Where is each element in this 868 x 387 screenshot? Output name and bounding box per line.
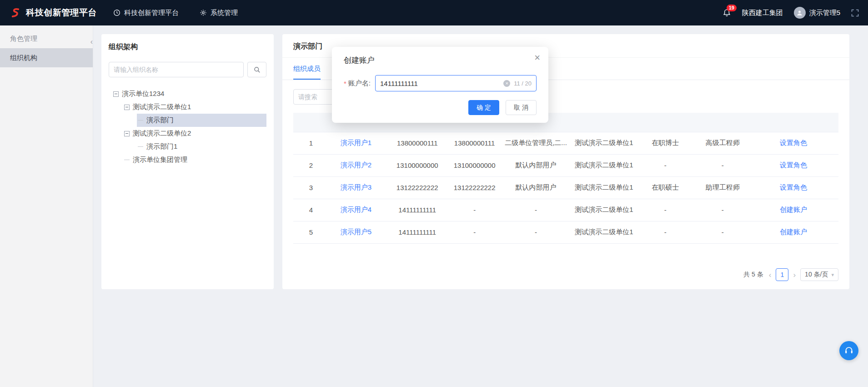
tab-members[interactable]: 组织成员 <box>293 65 321 80</box>
user-name-link[interactable]: 演示用户5 <box>329 221 383 243</box>
tree-node-inner[interactable]: 演示单位1234 <box>112 87 266 101</box>
row-action-link[interactable]: 设置角色 <box>748 176 838 199</box>
person-icon <box>796 10 803 16</box>
table-header-cell <box>574 113 634 132</box>
user-name-link[interactable]: 演示用户1 <box>329 132 383 154</box>
modal-footer: 确 定 取 消 <box>468 100 537 115</box>
tree-node-label[interactable]: 演示部门 <box>146 116 174 125</box>
cell-degree: - <box>634 154 697 176</box>
table-header-cell <box>697 113 748 132</box>
headset-icon <box>844 346 854 356</box>
tree-node[interactable]: 测试演示二级单位1 <box>109 101 266 114</box>
cell-title: 助理工程师 <box>697 176 748 199</box>
nav-item-platform[interactable]: 科技创新管理平台 <box>113 9 179 17</box>
sidebar-item[interactable]: 角色管理 <box>0 29 93 48</box>
tree-node-inner[interactable]: 演示部门 <box>137 114 266 127</box>
tree-node[interactable]: 演示单位集团管理 <box>109 153 266 166</box>
row-action-link[interactable]: 创建账户 <box>748 221 838 243</box>
table-row: 4 演示用户4 14111111111 - - 测试演示二级单位1 - - 创建… <box>293 199 838 221</box>
search-icon <box>254 66 261 73</box>
tree-expander-icon[interactable] <box>124 131 130 136</box>
topbar: 科技创新管理平台 科技创新管理平台 系统管理 <box>0 0 868 25</box>
cell-phone: 13122222222 <box>383 176 452 199</box>
tree-node[interactable]: 测试演示二级单位2 <box>109 127 266 140</box>
tree-node[interactable]: 演示单位1234 <box>109 87 266 101</box>
chevron-down-icon: ▾ <box>831 272 834 278</box>
cell-role: - <box>498 221 574 243</box>
cell-index: 1 <box>293 132 329 154</box>
pagination-next-icon[interactable]: › <box>793 271 796 279</box>
cell-phone: 13800000111 <box>383 132 452 154</box>
tree-node[interactable]: 演示部门 <box>109 114 266 127</box>
tree-expander-icon[interactable] <box>113 91 119 97</box>
tree-node-label[interactable]: 测试演示二级单位1 <box>133 103 191 111</box>
tree-node-inner[interactable]: 演示部门1 <box>137 140 266 153</box>
cell-title: - <box>697 154 748 176</box>
org-search-button[interactable] <box>247 62 266 77</box>
tree-leaf-connector <box>138 120 143 121</box>
help-button[interactable] <box>839 341 858 360</box>
department-title: 演示部门 <box>293 42 322 50</box>
user-name: 演示管理5 <box>809 9 840 17</box>
cell-unit: 测试演示二级单位1 <box>574 176 634 199</box>
table-row: 1 演示用户1 13800000111 13800000111 二级单位管理员,… <box>293 132 838 154</box>
nav-item-system[interactable]: 系统管理 <box>200 9 238 17</box>
tree-node-label[interactable]: 演示单位1234 <box>122 90 164 98</box>
avatar <box>794 7 806 19</box>
page-size-value: 10 条/页 <box>805 271 828 279</box>
row-action-link[interactable]: 设置角色 <box>748 154 838 176</box>
topbar-right: 19 陕西建工集团 演示管理5 <box>722 7 859 19</box>
tree-node-inner[interactable]: 测试演示二级单位2 <box>123 127 266 140</box>
cell-phone: 13100000000 <box>383 154 452 176</box>
cell-role: - <box>498 199 574 221</box>
table-header-cell <box>634 113 697 132</box>
pagination-prev-icon[interactable]: ‹ <box>769 271 772 279</box>
tree-node-label[interactable]: 演示单位集团管理 <box>133 156 187 164</box>
org-search-input[interactable] <box>109 62 244 77</box>
cancel-button[interactable]: 取 消 <box>506 100 537 115</box>
pagination: 共 5 条 ‹ 1 › 10 条/页 ▾ <box>743 268 838 281</box>
user-menu[interactable]: 演示管理5 <box>794 7 840 19</box>
user-name-link[interactable]: 演示用户4 <box>329 199 383 221</box>
notification-badge: 19 <box>727 5 737 11</box>
tree-node-inner[interactable]: 演示单位集团管理 <box>123 153 266 166</box>
row-action-link[interactable]: 设置角色 <box>748 132 838 154</box>
tree-expander-icon[interactable] <box>124 105 130 110</box>
cell-unit: 测试演示二级单位1 <box>574 132 634 154</box>
tree-node-inner[interactable]: 测试演示二级单位1 <box>123 101 266 114</box>
org-tree: 演示单位1234 测试演示二级单位1 演示部门 测试演示二 <box>109 87 266 166</box>
cell-degree: 在职硕士 <box>634 176 697 199</box>
cell-degree: - <box>634 199 697 221</box>
sidebar-collapse-handle[interactable]: ‹ <box>90 37 94 46</box>
company-name[interactable]: 陕西建工集团 <box>742 9 783 17</box>
clear-input-icon[interactable]: × <box>503 80 510 87</box>
pagination-total: 共 5 条 <box>743 271 763 279</box>
account-name-input[interactable]: 14111111111 × 11 / 20 <box>375 75 537 91</box>
gear-icon <box>200 9 207 16</box>
confirm-button[interactable]: 确 定 <box>468 100 499 115</box>
tree-node-label[interactable]: 测试演示二级单位2 <box>133 129 191 138</box>
cell-title: 高级工程师 <box>697 132 748 154</box>
cell-degree: 在职博士 <box>634 132 697 154</box>
tree-node[interactable]: 演示部门1 <box>109 140 266 153</box>
modal-title: 创建账户 <box>332 47 548 65</box>
close-icon[interactable]: × <box>534 53 540 63</box>
cell-role: 默认内部用户 <box>498 154 574 176</box>
fullscreen-icon[interactable] <box>851 9 859 17</box>
cell-role: 默认内部用户 <box>498 176 574 199</box>
row-action-link[interactable]: 创建账户 <box>748 199 838 221</box>
pagination-page-1[interactable]: 1 <box>776 268 788 281</box>
table-row: 2 演示用户2 13100000000 13100000000 默认内部用户 测… <box>293 154 838 176</box>
account-name-value[interactable]: 14111111111 <box>380 80 503 87</box>
user-name-link[interactable]: 演示用户3 <box>329 176 383 199</box>
members-table: 1 演示用户1 13800000111 13800000111 二级单位管理员,… <box>293 113 838 244</box>
page-size-select[interactable]: 10 条/页 ▾ <box>800 268 838 281</box>
table-row: 3 演示用户3 13122222222 13122222222 默认内部用户 测… <box>293 176 838 199</box>
cell-degree: - <box>634 221 697 243</box>
user-name-link[interactable]: 演示用户2 <box>329 154 383 176</box>
tree-node-label[interactable]: 演示部门1 <box>146 142 177 151</box>
sidebar-item[interactable]: 组织机构 <box>0 48 93 67</box>
table-header-cell <box>293 113 329 132</box>
notifications-button[interactable]: 19 <box>722 9 731 17</box>
create-account-modal: 创建账户 × * 账户名: 14111111111 × 11 / 20 确 定 … <box>332 47 548 123</box>
